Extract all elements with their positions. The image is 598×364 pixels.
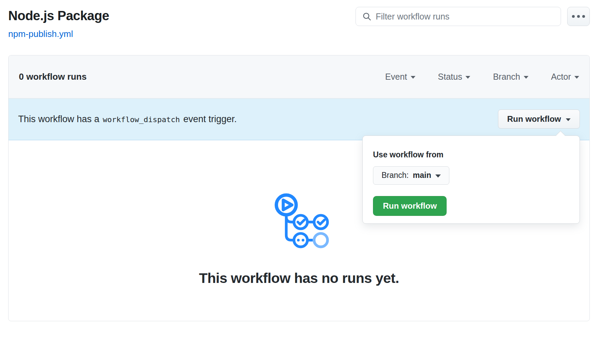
runs-panel-header: 0 workflow runs Event Status Branch Acto…: [9, 55, 589, 99]
chevron-down-icon: [465, 76, 470, 79]
runs-filters: Event Status Branch Actor: [385, 72, 579, 82]
workflow-runs-count: 0 workflow runs: [19, 72, 87, 82]
empty-state-heading: This workflow has no runs yet.: [199, 270, 399, 286]
branch-value: main: [413, 171, 431, 180]
branch-select-button[interactable]: Branch: main: [373, 166, 449, 185]
page-header: Node.js Package npm-publish.yml: [8, 8, 590, 39]
search-icon: [362, 12, 372, 21]
workflow-runs-panel: 0 workflow runs Event Status Branch Acto…: [8, 55, 590, 321]
workflow-dispatch-code: workflow_dispatch: [103, 115, 180, 124]
chevron-down-icon: [435, 174, 441, 178]
branch-label: Branch:: [382, 171, 409, 180]
workflow-file-link[interactable]: npm-publish.yml: [8, 29, 73, 39]
filter-event[interactable]: Event: [385, 72, 415, 82]
dispatch-banner-text: This workflow has a workflow_dispatch ev…: [18, 114, 237, 125]
chevron-down-icon: [566, 118, 571, 121]
filter-branch[interactable]: Branch: [493, 72, 528, 82]
workflow-title-block: Node.js Package npm-publish.yml: [8, 8, 109, 39]
page-title: Node.js Package: [8, 8, 109, 24]
use-workflow-from-label: Use workflow from: [373, 150, 569, 159]
chevron-down-icon: [574, 76, 579, 79]
filter-workflow-runs-input[interactable]: [376, 12, 555, 22]
chevron-down-icon: [411, 76, 415, 79]
run-workflow-submit-button[interactable]: Run workflow: [373, 196, 447, 216]
filter-status[interactable]: Status: [438, 72, 471, 82]
header-actions: [356, 7, 590, 26]
chevron-down-icon: [524, 76, 528, 79]
run-workflow-dropdown-button[interactable]: Run workflow: [498, 109, 580, 129]
workflow-runs-page: Node.js Package npm-publish.yml 0 workfl…: [0, 0, 598, 321]
filter-search-box[interactable]: [356, 7, 561, 26]
run-workflow-popup: Use workflow from Branch: main Run workf…: [362, 135, 580, 224]
filter-actor[interactable]: Actor: [551, 72, 579, 82]
workflow-graph-icon: [265, 189, 333, 256]
kebab-horizontal-icon: [572, 15, 575, 18]
more-options-button[interactable]: [567, 7, 590, 26]
workflow-dispatch-banner: This workflow has a workflow_dispatch ev…: [9, 99, 589, 140]
popup-pointer: [556, 131, 565, 140]
